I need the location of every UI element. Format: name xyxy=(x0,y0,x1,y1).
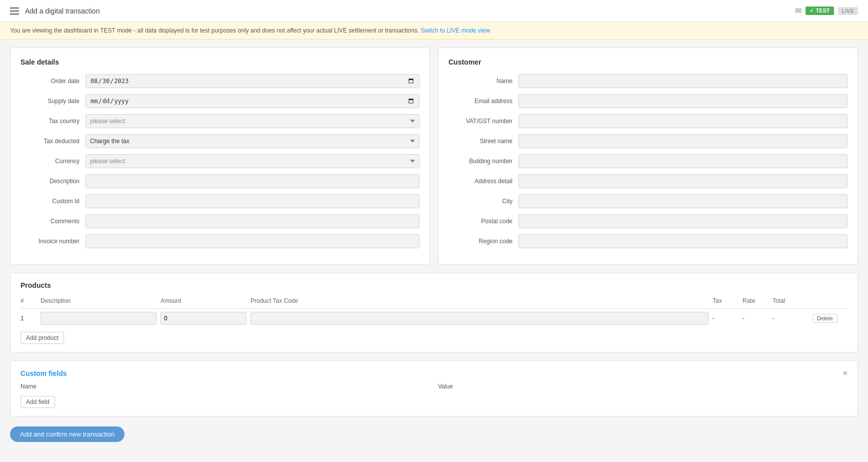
customer-address-input[interactable] xyxy=(518,174,848,188)
supply-date-row: Supply date xyxy=(20,94,420,108)
currency-select[interactable]: please select xyxy=(86,154,420,168)
customer-email-input[interactable] xyxy=(518,94,848,108)
tax-country-row: Tax country please select xyxy=(20,114,420,128)
customer-vat-input[interactable] xyxy=(518,114,848,128)
row-rate: - xyxy=(742,309,772,328)
header-right: ✉ ✓ TEST LIVE xyxy=(795,6,858,16)
products-table: # Description Amount Product Tax Code Ta… xyxy=(20,295,848,328)
order-date-label: Order date xyxy=(20,78,86,85)
customer-region-row: Region code xyxy=(448,234,848,248)
col-description: Description xyxy=(40,295,160,309)
tax-deducted-row: Tax deducted Charge the tax Deduct the t… xyxy=(20,134,420,148)
tax-country-select[interactable]: please select xyxy=(86,114,420,128)
customer-street-label: Street name xyxy=(448,138,518,145)
custom-fields-columns: Name Value xyxy=(20,383,848,390)
row-amount-cell xyxy=(160,309,250,328)
col-number: # xyxy=(20,295,40,309)
close-custom-fields-button[interactable]: × xyxy=(843,369,848,378)
product-amount-input[interactable] xyxy=(160,312,246,325)
comments-input[interactable] xyxy=(86,214,420,228)
email-icon[interactable]: ✉ xyxy=(795,6,802,16)
customer-building-row: Building number xyxy=(448,154,848,168)
footer-actions: Add and confirm new transaction xyxy=(10,424,858,450)
row-tax-code-cell xyxy=(250,309,712,328)
custom-id-label: Custom Id xyxy=(20,198,86,205)
top-row: Sale details Order date Supply date Tax … xyxy=(10,48,858,265)
add-product-button[interactable]: Add product xyxy=(20,332,64,344)
products-table-header: # Description Amount Product Tax Code Ta… xyxy=(20,295,848,309)
row-description-cell xyxy=(40,309,160,328)
delete-product-button[interactable]: Delete xyxy=(812,314,838,323)
test-badge[interactable]: ✓ TEST xyxy=(806,7,834,15)
invoice-number-input[interactable] xyxy=(86,234,420,248)
header-left: Add a digital transaction xyxy=(10,7,100,15)
col-actions xyxy=(812,295,848,309)
customer-address-label: Address detail xyxy=(448,178,518,185)
col-tax: Tax xyxy=(712,295,742,309)
customer-city-row: City xyxy=(448,194,848,208)
customer-building-input[interactable] xyxy=(518,154,848,168)
customer-vat-label: VAT/GST number xyxy=(448,118,518,125)
row-tax: - xyxy=(712,309,742,328)
col-amount: Amount xyxy=(160,295,250,309)
tax-deducted-label: Tax deducted xyxy=(20,138,86,145)
products-card: Products # Description Amount Product Ta… xyxy=(10,273,858,352)
custom-value-col-label: Value xyxy=(438,383,848,390)
order-date-row: Order date xyxy=(20,74,420,88)
main-content: Sale details Order date Supply date Tax … xyxy=(0,40,868,458)
table-row: 1 - - - Delete xyxy=(20,309,848,328)
page-title: Add a digital transaction xyxy=(25,7,100,15)
customer-street-row: Street name xyxy=(448,134,848,148)
products-title: Products xyxy=(20,281,848,289)
customer-email-label: Email address xyxy=(448,98,518,105)
row-number: 1 xyxy=(20,309,40,328)
comments-row: Comments xyxy=(20,214,420,228)
customer-city-input[interactable] xyxy=(518,194,848,208)
sale-details-card: Sale details Order date Supply date Tax … xyxy=(10,48,430,265)
customer-street-input[interactable] xyxy=(518,134,848,148)
currency-label: Currency xyxy=(20,158,86,165)
col-rate: Rate xyxy=(742,295,772,309)
currency-row: Currency please select xyxy=(20,154,420,168)
description-label: Description xyxy=(20,178,86,185)
product-tax-code-input[interactable] xyxy=(250,312,708,325)
customer-postal-label: Postal code xyxy=(448,218,518,225)
invoice-number-label: Invoice number xyxy=(20,238,86,245)
customer-city-label: City xyxy=(448,198,518,205)
supply-date-label: Supply date xyxy=(20,98,86,105)
custom-id-input[interactable] xyxy=(86,194,420,208)
customer-name-row: Name xyxy=(448,74,848,88)
row-delete-cell: Delete xyxy=(812,309,848,328)
description-row: Description xyxy=(20,174,420,188)
customer-email-row: Email address xyxy=(448,94,848,108)
switch-live-link[interactable]: Switch to LIVE mode view xyxy=(420,27,490,34)
customer-vat-row: VAT/GST number xyxy=(448,114,848,128)
customer-name-input[interactable] xyxy=(518,74,848,88)
product-description-input[interactable] xyxy=(40,312,156,325)
custom-fields-title: Custom fields xyxy=(20,369,67,377)
description-input[interactable] xyxy=(86,174,420,188)
customer-title: Customer xyxy=(448,58,848,66)
tax-deducted-select[interactable]: Charge the tax Deduct the tax xyxy=(86,134,420,148)
live-badge[interactable]: LIVE xyxy=(838,7,858,15)
customer-postal-input[interactable] xyxy=(518,214,848,228)
customer-name-label: Name xyxy=(448,78,518,85)
col-total: Total xyxy=(772,295,812,309)
row-total: - xyxy=(772,309,812,328)
custom-fields-card: Custom fields × Name Value Add field xyxy=(10,360,858,416)
submit-transaction-button[interactable]: Add and confirm new transaction xyxy=(10,426,124,442)
custom-fields-header: Custom fields × xyxy=(20,369,848,378)
customer-postal-row: Postal code xyxy=(448,214,848,228)
test-mode-banner: You are viewing the dashboard in TEST mo… xyxy=(0,22,868,40)
add-field-button[interactable]: Add field xyxy=(20,396,55,408)
customer-address-row: Address detail xyxy=(448,174,848,188)
header: Add a digital transaction ✉ ✓ TEST LIVE xyxy=(0,0,868,22)
order-date-input[interactable] xyxy=(86,74,420,88)
tax-country-label: Tax country xyxy=(20,118,86,125)
customer-building-label: Building number xyxy=(448,158,518,165)
custom-id-row: Custom Id xyxy=(20,194,420,208)
customer-region-input[interactable] xyxy=(518,234,848,248)
menu-icon[interactable] xyxy=(10,8,19,15)
supply-date-input[interactable] xyxy=(86,94,420,108)
col-product-tax-code: Product Tax Code xyxy=(250,295,712,309)
